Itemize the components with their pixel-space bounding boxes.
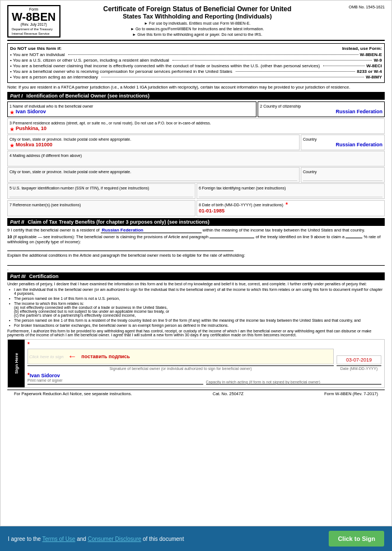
star-1: ★ [10,109,15,115]
dnu-item-3: • You are a beneficial owner who is rece… [10,69,382,74]
field-3b-city-block: City or town, state or province. Include… [7,135,300,150]
field-7-block: 7 Reference number(s) (see instructions) [7,200,195,216]
field-5-value [10,191,193,197]
line10-blank1 [209,238,254,238]
field-8-label: 8 Date of birth (MM-DD-YYYY) (see instru… [199,203,283,207]
sign-header: Sign Here * Click here to sign ← постави… [8,340,384,387]
field-3-value: Pushkina, 10 [16,126,46,132]
part1-label: Part I [10,93,23,99]
print-name-label: Print name of signer [27,378,203,382]
cert-bullet-1: The person named on line 1 of this form … [7,297,385,300]
line9-value: Russian Federation [101,228,202,233]
bullet-3: • You are a beneficial owner who is rece… [10,69,232,74]
star-8: * [286,202,288,208]
click-to-sign-button[interactable]: Click to Sign [329,531,384,547]
part2-label: Part II [10,219,24,225]
field-4b-city-value [10,174,297,181]
consumer-link[interactable]: Consumer Disclosure [88,536,142,542]
field-6-block: 6 Foreign tax identifying number (see in… [197,183,385,199]
field-4b-city-block: City or town, state or province. Include… [7,167,300,183]
bullet-2: • You are a beneficial owner claiming th… [10,63,320,68]
form-page: Form W-8BEN (Rev. July 2017) Department … [0,0,392,551]
part3-furthermore: Furthermore, I authorize this form to be… [7,329,385,337]
field-7-value [10,207,193,214]
form-dept2: Internal Revenue Service [12,32,56,35]
star-3b: ★ [10,142,15,149]
part2-explain-label: Explain the additional conditions in the… [7,253,385,258]
part2-line10: 10 (if applicable — see instructions): T… [7,234,385,251]
title-main: Certificate of Foreign Status of Benefic… [66,5,329,13]
part2-explain-dot: . [7,267,385,271]
part2-title: Claim of Tax Treaty Benefits (for chapte… [28,219,209,225]
footer-left: For Paperwork Reduction Act Notice, see … [14,391,132,396]
and-text: and [77,536,87,542]
part2-line9: 9 I certify that the beneficial owner is… [7,228,385,233]
bottom-bar: I agree to the Terms of Use and Consumer… [0,526,392,551]
field-3b-label: City or town, state or province. Include… [10,137,131,141]
star-3: ★ [10,126,15,132]
form-header: Form W-8BEN (Rev. July 2017) Department … [7,5,385,41]
field-8-value: 01-01-1985 [199,208,382,215]
capacity-block: Capacity in which acting (if form is not… [206,372,382,385]
sign-box[interactable]: Click here to sign ← поставить подпись [27,349,334,364]
field-2-label: 2 Country of citizenship [260,104,301,108]
instr2: ► Go to www.irs.gov/FormW8BEN for instru… [66,27,329,31]
footer-right: Form W-8BEN (Rev. 7-2017) [324,391,378,396]
dnu-item-0: • You are NOT an individual W-8BEN-E [10,52,382,57]
part3-content: Under penalties of perjury, I declare th… [7,282,385,337]
form-name-box: Form W-8BEN (Rev. July 2017) Department … [7,5,60,38]
field-3b-country-block: Country Russian Federation [301,135,385,150]
line10-blank3 [7,246,234,251]
field-2-value: Russian Federation [260,109,382,115]
field-8-block: 8 Date of birth (MM-DD-YYYY) (see instru… [197,200,385,216]
capacity-label: Capacity in which acting (if form is not… [206,380,382,384]
field-3b-row: City or town, state or province. Include… [7,135,385,150]
line10-text: (if applicable — see instructions): The … [13,234,208,239]
date-label: Date (MM-DD-YYYY) [337,365,381,371]
field-4b-label: City or town, state or province. Include… [10,170,131,174]
sign-instruction-text: поставить подпись [81,354,130,359]
sign-content: * Click here to sign ← поставить подпись… [25,340,384,387]
part3-label: Part III [10,274,26,279]
field-3-block: 3 Permanent residence address (street, a… [7,118,385,134]
field-4-block: 4 Mailing address (if different from abo… [7,151,385,166]
dots-4 [101,77,364,77]
field-row-1-2: 1 Name of individual who is the benefici… [7,101,385,117]
part2-content: 9 I certify that the beneficial owner is… [7,228,385,271]
bullet-4: • You are a person acting as an intermed… [10,75,98,80]
cert-bullet-4: For broker transactions or barter exchan… [7,323,385,327]
field-4b-country-label: Country [303,170,317,174]
field-1-value: Ivan Sidorov [16,109,46,115]
form-code-1: W-9 [374,58,382,63]
date-value: 03-07-2019 [346,357,372,363]
omb-number: OMB No. 1545-1621 [329,5,385,9]
terms-link[interactable]: Terms of Use [43,536,76,542]
form-number: W-8BEN [12,11,56,22]
field-3b-country-value: Russian Federation [303,142,382,149]
part1-title: Identification of Beneficial Owner (see … [26,93,150,99]
footer-center: Cat. No. 25047Z [213,391,244,396]
sign-field-row: Click here to sign ← поставить подпись 0… [27,349,381,364]
field-7-label: 7 Reference number(s) (see instructions) [10,203,81,207]
form-code-4: W-8IMY [366,75,382,80]
field-6-value [199,191,382,197]
sign-arrow-icon: ← [68,351,77,362]
sign-placeholder: Click here to sign [29,354,63,359]
do-not-use-right: Instead, use Form: [342,46,382,51]
header-center: Certificate of Foreign Status of Benefic… [66,5,329,36]
line10-text2: of the treaty identified on line 9 above… [255,234,344,239]
field-5-6-row: 5 U.S. taxpayer identification number (S… [7,183,385,199]
dots-2 [323,66,365,66]
field-5-block: 5 U.S. taxpayer identification number (S… [7,183,195,199]
form-code-3: 8233 or W-4 [357,69,382,74]
line10-blank2 [346,238,362,238]
dots-0 [68,54,358,55]
field-5-label: 5 U.S. taxpayer identification number (S… [10,186,149,190]
part3-header: Part III Certification [7,272,385,280]
field-3b-country-label: Country [303,137,317,141]
do-not-use-header: Do NOT use this form if: Instead, use Fo… [10,46,382,51]
field-1-block: 1 Name of individual who is the benefici… [7,101,256,117]
line9-post: within the meaning of the income tax tre… [203,228,365,233]
dots-3 [236,71,355,72]
line10-label: 10 [7,234,12,239]
